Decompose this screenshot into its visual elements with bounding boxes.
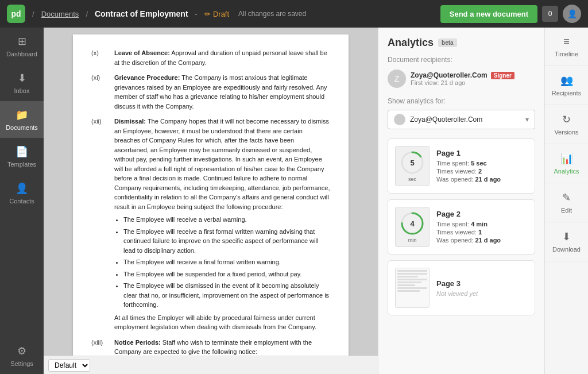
recipient-email-text: Zoya@Quoteroller.Com [411, 71, 488, 79]
page-3-stats: Page 3 Not viewed yet [436, 279, 528, 297]
sidebar-item-dashboard[interactable]: ⊞ Dashboard [0, 28, 44, 64]
documents-icon: 📁 [15, 108, 29, 122]
page-2-timer: 4 [400, 211, 425, 236]
topbar: pd / Documents / Contract of Employment … [0, 0, 588, 28]
draft-sep: - [195, 10, 198, 18]
sidebar-label-dashboard: Dashboard [6, 51, 37, 57]
analytics-dropdown[interactable]: Zoya@Quoteroller.Com ▾ [388, 110, 535, 129]
page-2-timer-unit: min [408, 237, 417, 243]
section-xiii: (xiii) Notice Periods: Staff who wish to… [91, 338, 330, 356]
analytics-title: Analytics [388, 37, 434, 49]
chevron-down-icon: ▾ [525, 115, 529, 124]
right-nav-analytics[interactable]: 📊 Analytics [545, 144, 588, 183]
beta-badge: beta [438, 38, 457, 47]
right-nav-timeline[interactable]: ≡ Timeline [545, 28, 588, 66]
user-avatar[interactable]: 👤 [563, 5, 581, 23]
recipient-row: Z Zoya@Quoteroller.Com Signer First view… [388, 70, 535, 88]
dashboard-icon: ⊞ [15, 34, 29, 48]
analytics-header: Analytics beta [388, 37, 535, 49]
show-analytics-label: Show analytics for: [388, 97, 535, 105]
sidebar-item-contacts[interactable]: 👤 Contacts [0, 175, 44, 211]
section-xi: (xi) Grievance Procedure: The Company is… [91, 73, 330, 111]
zoom-select[interactable]: Default 50% 75% 100% 150% [48, 359, 90, 372]
right-nav-label-recipients: Recipients [552, 90, 581, 97]
bullet-4: The Employee will be suspended for a fix… [123, 269, 330, 279]
breadcrumb-sep-2: / [86, 10, 88, 18]
timeline-icon: ≡ [563, 36, 570, 48]
page-2-thumb: 4 min [395, 207, 430, 247]
analytics-icon: 📊 [560, 152, 573, 165]
section-x: (x) Leave of Absence: Approval and durat… [91, 48, 330, 67]
recipient-first-view: First view: 21 d ago [411, 79, 535, 86]
document-area-wrapper: (x) Leave of Absence: Approval and durat… [44, 28, 378, 374]
sidebar-label-contacts: Contacts [9, 198, 34, 205]
sidebar-item-templates[interactable]: 📄 Templates [0, 138, 44, 175]
contacts-icon: 👤 [15, 182, 29, 195]
recipients-label: Document recipients: [388, 56, 535, 64]
notification-badge[interactable]: 0 [542, 6, 558, 22]
sidebar-item-inbox[interactable]: ⬇ Inbox [0, 64, 44, 101]
page-2-stats: Page 2 Time spent: 4 min Times viewed: 1… [436, 210, 528, 245]
page-3-name: Page 3 [436, 279, 528, 288]
page-1-stats: Page 1 Time spent: 5 sec Times viewed: 2… [436, 149, 528, 184]
sidebar-label-templates: Templates [7, 161, 36, 168]
versions-icon: ↻ [562, 113, 571, 126]
sidebar-label-documents: Documents [6, 124, 38, 131]
section-x-content: Leave of Absence: Approval and duration … [114, 48, 330, 67]
saved-status: All changes are saved [238, 10, 306, 18]
page-1-timer-unit: sec [408, 176, 416, 182]
section-xii-num: (xii) [91, 117, 110, 332]
main-layout: ⊞ Dashboard ⬇ Inbox 📁 Documents 📄 Templa… [0, 28, 588, 374]
right-nav-edit[interactable]: ✎ Edit [545, 183, 588, 222]
right-nav-versions[interactable]: ↻ Versions [545, 105, 588, 144]
signer-badge: Signer [491, 72, 514, 79]
doc-bottom-bar: Default 50% 75% 100% 150% [44, 356, 378, 374]
page-1-name: Page 1 [436, 149, 528, 157]
page-3-card: Page 3 Not viewed yet [388, 260, 535, 315]
right-nav-download[interactable]: ⬇ Download [545, 222, 588, 261]
page-2-times-viewed: Times viewed: 1 [436, 229, 528, 236]
dropdown-text: Zoya@Quoteroller.Com [410, 115, 521, 124]
sidebar-item-settings[interactable]: ⚙ Settings [0, 337, 44, 374]
right-nav-label-timeline: Timeline [555, 51, 578, 57]
draft-badge: ✏ Draft [204, 10, 229, 18]
pencil-icon: ✏ [204, 10, 211, 18]
page-2-timer-value: 4 [410, 220, 414, 228]
dropdown-avatar [394, 114, 405, 125]
page-1-timer-value: 5 [410, 159, 414, 167]
left-sidebar: ⊞ Dashboard ⬇ Inbox 📁 Documents 📄 Templa… [0, 28, 44, 374]
right-nav-label-analytics: Analytics [554, 168, 579, 175]
bullet-2: The Employee will receive a first formal… [123, 227, 330, 256]
page-3-not-viewed: Not viewed yet [436, 290, 528, 297]
doc-title: Contract of Employment [95, 9, 188, 18]
page-1-times-viewed: Times viewed: 2 [436, 168, 528, 175]
section-xiii-content: Notice Periods: Staff who wish to termin… [114, 338, 330, 356]
edit-icon: ✎ [562, 191, 571, 204]
bullet-3: The Employee will receive a final formal… [123, 257, 330, 267]
sidebar-label-settings: Settings [10, 360, 33, 367]
page-1-time-spent: Time spent: 5 sec [436, 160, 528, 167]
right-nav-label-download: Download [552, 246, 581, 253]
section-xii: (xii) Dismissal: The Company hopes that … [91, 117, 330, 332]
sidebar-item-documents[interactable]: 📁 Documents [0, 101, 44, 138]
app-logo: pd [7, 5, 25, 23]
settings-icon: ⚙ [15, 344, 29, 358]
page-2-time-spent: Time spent: 4 min [436, 221, 528, 228]
right-nav-recipients[interactable]: 👥 Recipients [545, 66, 588, 105]
send-new-document-button[interactable]: Send a new document [440, 5, 537, 23]
page-1-timer: 5 [400, 150, 425, 175]
recipients-icon: 👥 [560, 74, 573, 87]
sidebar-label-inbox: Inbox [14, 87, 30, 94]
section-xi-content: Grievance Procedure: The Company is most… [114, 73, 330, 111]
recipient-avatar: Z [388, 70, 406, 88]
section-x-num: (x) [91, 48, 110, 67]
breadcrumb-sep-1: / [32, 10, 34, 18]
breadcrumb-documents[interactable]: Documents [41, 10, 79, 18]
analytics-panel: Analytics beta Document recipients: Z Zo… [378, 28, 544, 374]
download-icon: ⬇ [562, 230, 571, 243]
page-1-card: 5 sec Page 1 Time spent: 5 sec Times vie… [388, 138, 535, 194]
right-sidebar: ≡ Timeline 👥 Recipients ↻ Versions 📊 Ana… [544, 28, 588, 374]
page-2-was-opened: Was opened: 21 d ago [436, 237, 528, 244]
section-xi-num: (xi) [91, 73, 110, 111]
document-area: (x) Leave of Absence: Approval and durat… [44, 28, 378, 356]
